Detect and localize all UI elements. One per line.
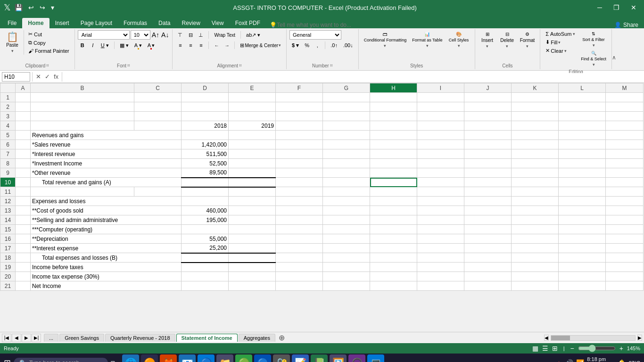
cell[interactable] [229,272,276,281]
cell[interactable] [559,206,606,215]
cell[interactable] [417,140,464,149]
cell[interactable] [464,215,512,225]
cell[interactable] [229,178,276,187]
cell[interactable] [370,93,417,102]
horizontal-scrollbar[interactable] [551,335,636,341]
col-header-F[interactable]: F [276,83,323,93]
cell[interactable] [370,225,417,234]
scroll-right-btn[interactable]: ▶ [637,335,642,341]
center-align-btn[interactable]: ≡ [186,41,195,50]
cell[interactable] [559,121,606,131]
cell[interactable] [31,187,134,197]
cell[interactable] [559,149,606,159]
cell[interactable] [559,93,606,102]
taskbar-app-music[interactable]: 🎧 [348,354,365,362]
cell[interactable] [559,197,606,206]
taskbar-app-firefox[interactable]: 🦊 [160,354,177,362]
zoom-slider[interactable] [578,345,616,352]
font-dialog-icon[interactable]: ⌗ [127,63,130,68]
taskbar-app-edge2[interactable]: 🔵 [198,354,215,362]
tab-home[interactable]: Home [22,18,49,28]
scroll-left-btn[interactable]: ◀ [544,335,549,341]
cell[interactable] [229,253,276,263]
col-header-M[interactable]: M [606,83,644,93]
cell[interactable] [464,206,512,215]
tab-file[interactable]: File [2,18,22,28]
taskbar-app-key[interactable]: 🔐 [273,354,290,362]
cell[interactable]: 89,500 [182,168,229,178]
cell[interactable] [276,102,323,112]
cell[interactable] [16,102,31,112]
cell[interactable] [323,281,370,291]
cell[interactable] [16,253,31,263]
cell[interactable] [606,253,644,263]
cell[interactable] [512,168,559,178]
cell[interactable] [512,121,559,131]
cell[interactable] [276,206,323,215]
cell[interactable] [606,244,644,253]
cell[interactable] [229,102,276,112]
undo-btn[interactable]: ↩ [26,3,36,12]
col-header-B[interactable]: B [31,83,134,93]
network-icon[interactable]: 📶 [576,359,584,362]
cell[interactable] [464,187,512,197]
taskbar-app-outlook[interactable]: 🟠 [141,354,158,362]
cell[interactable] [417,168,464,178]
cell[interactable] [417,112,464,121]
cell[interactable] [370,112,417,121]
cell[interactable]: 25,200 [182,244,229,253]
cell[interactable] [606,93,644,102]
cell[interactable] [464,149,512,159]
cell[interactable]: 460,000 [182,206,229,215]
cell[interactable] [512,253,559,263]
cell[interactable] [276,159,323,168]
number-dialog-icon[interactable]: ⌗ [330,63,333,68]
cell[interactable] [464,272,512,281]
cell[interactable] [16,112,31,121]
cell[interactable] [417,263,464,272]
cell[interactable] [323,225,370,234]
cell[interactable] [229,244,276,253]
bold-button[interactable]: B [78,41,87,50]
cell[interactable] [464,112,512,121]
cell[interactable] [16,149,31,159]
sheet-tab-quarterly[interactable]: Quarterly Revenue - 2018 [105,334,175,342]
tab-review[interactable]: Review [176,18,206,28]
insert-function-btn[interactable]: fx [52,73,60,81]
cell[interactable]: *Interest revenue [31,149,182,159]
sheet-nav-last[interactable]: ▶| [32,334,41,342]
cell[interactable] [464,281,512,291]
cell[interactable] [512,93,559,102]
cell[interactable] [559,253,606,263]
format-painter-button[interactable]: 🖌 Format Painter [26,47,72,55]
cell[interactable] [464,244,512,253]
conditional-formatting-btn[interactable]: 🗃 Conditional Formatting ▾ [362,30,409,49]
cell[interactable] [464,131,512,140]
cell[interactable]: *Other revenue [31,168,182,178]
cell[interactable] [276,93,323,102]
cell[interactable] [417,102,464,112]
cell[interactable] [323,168,370,178]
cell[interactable] [606,149,644,159]
cell[interactable] [512,234,559,244]
cell[interactable] [182,178,229,187]
ribbon-search[interactable] [277,22,371,28]
cell-reference-input[interactable] [2,72,30,82]
col-header-H[interactable]: H [370,83,417,93]
close-btn[interactable]: ✕ [627,3,640,12]
cell[interactable] [16,281,31,291]
cell[interactable] [229,112,276,121]
cell[interactable]: 2019 [229,121,276,131]
cell[interactable] [31,102,134,112]
top-align-btn[interactable]: ⊤ [175,30,185,40]
cell[interactable] [16,168,31,178]
cell[interactable] [370,187,417,197]
cell[interactable] [323,121,370,131]
cell[interactable] [323,102,370,112]
taskbar-clock[interactable]: 8:18 pm 23/06/2021 [587,356,613,362]
cell[interactable] [512,178,559,187]
cell-H10[interactable] [370,178,417,187]
cell[interactable] [417,234,464,244]
tab-view[interactable]: View [206,18,230,28]
cell[interactable]: 511,500 [182,149,229,159]
